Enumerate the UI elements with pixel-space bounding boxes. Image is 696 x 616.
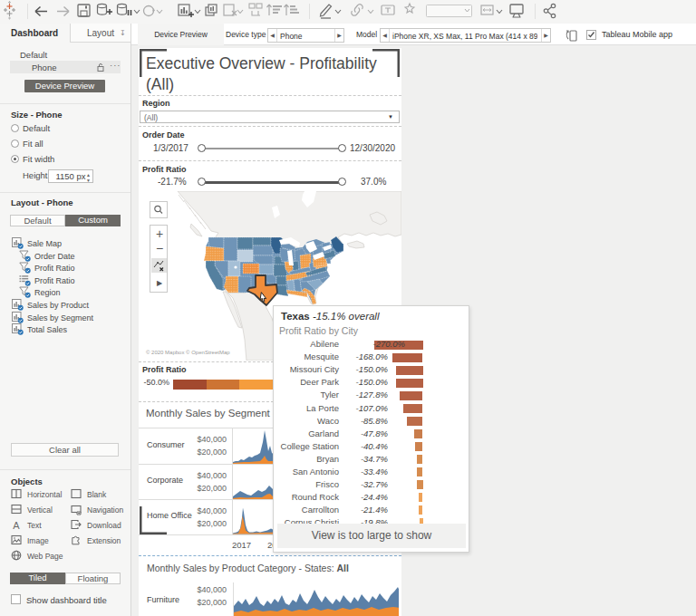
svg-text:A: A <box>13 520 20 531</box>
svg-text:© 2020 Mapbox © OpenStreetMap: © 2020 Mapbox © OpenStreetMap <box>146 350 230 355</box>
